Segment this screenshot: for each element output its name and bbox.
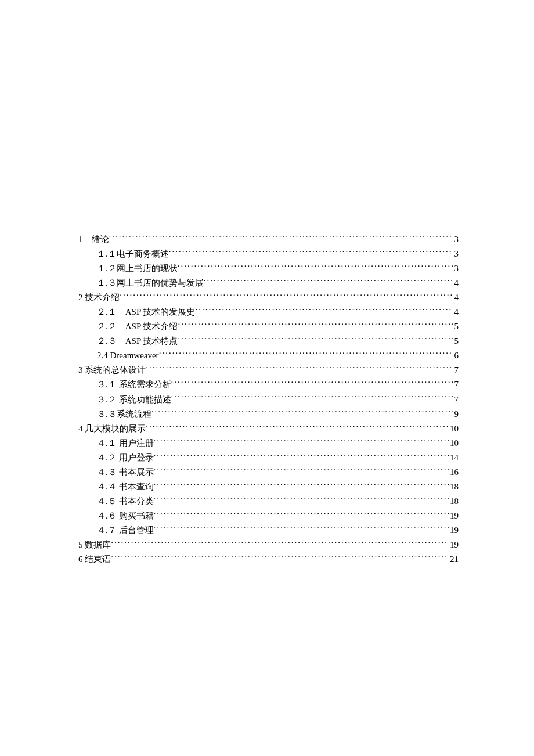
toc-entry-page: 19 xyxy=(449,509,459,523)
toc-entry-label: ４.５ 书本分类 xyxy=(97,494,154,509)
toc-entry: 3 系统的总体设计7 xyxy=(78,363,459,377)
toc-entry-label: ２.１ ASP 技术的发展史 xyxy=(97,305,195,319)
toc-entry-page: 3 xyxy=(453,261,459,276)
toc-leader-dots xyxy=(146,364,453,373)
toc-entry-page: 16 xyxy=(449,465,459,480)
toc-entry-label: １.２网上书店的现状 xyxy=(97,261,178,276)
toc-entry-page: 4 xyxy=(453,290,459,305)
toc-entry-label: ３.３系统流程 xyxy=(97,407,151,422)
toc-entry-page: 5 xyxy=(453,334,459,348)
toc-leader-dots xyxy=(169,248,453,257)
toc-entry-page: 10 xyxy=(449,436,459,451)
toc-entry: ２.１ ASP 技术的发展史4 xyxy=(78,305,459,319)
toc-leader-dots xyxy=(154,510,449,519)
toc-leader-dots xyxy=(154,466,449,475)
toc-entry: 6 结束语21 xyxy=(78,552,459,567)
toc-leader-dots xyxy=(111,539,449,548)
toc-entry-label: ４.２ 用户登录 xyxy=(97,451,154,465)
toc-entry-label: ３.１ 系统需求分析 xyxy=(97,377,171,392)
toc-leader-dots xyxy=(154,452,449,460)
toc-leader-dots xyxy=(111,553,449,562)
toc-entry: ３.１ 系统需求分析7 xyxy=(78,377,459,392)
toc-entry: ４.６ 购买书籍19 xyxy=(78,509,459,523)
toc-entry-page: 3 xyxy=(453,247,459,261)
table-of-contents: 1 绪论3１.１电子商务概述3１.２网上书店的现状3１.３网上书店的优势与发展4… xyxy=(78,232,459,567)
toc-leader-dots xyxy=(204,277,453,286)
toc-leader-dots xyxy=(171,394,453,402)
toc-entry-page: 7 xyxy=(453,393,459,407)
toc-entry-label: ２.３ ASP 技术特点 xyxy=(97,334,178,348)
toc-entry-page: 10 xyxy=(449,422,459,436)
toc-entry: ３.３系统流程9 xyxy=(78,407,459,422)
toc-leader-dots xyxy=(178,262,453,271)
toc-leader-dots xyxy=(154,437,449,446)
toc-entry-page: 18 xyxy=(449,480,459,494)
toc-entry-label: １.１电子商务概述 xyxy=(97,247,169,261)
toc-entry-label: ２.２ ASP 技术介绍 xyxy=(97,319,178,334)
toc-entry-page: 4 xyxy=(453,276,459,290)
toc-entry-label: 6 结束语 xyxy=(78,552,111,567)
toc-leader-dots xyxy=(109,233,453,242)
toc-entry-label: 2.4 Dreamweaver xyxy=(97,348,159,363)
toc-entry-page: 19 xyxy=(449,538,459,552)
toc-entry-label: ４.１ 用户注册 xyxy=(97,436,154,451)
toc-entry-page: 7 xyxy=(453,377,459,392)
toc-entry: ２.２ ASP 技术介绍5 xyxy=(78,319,459,334)
toc-leader-dots xyxy=(195,306,453,315)
toc-entry-page: 4 xyxy=(453,305,459,319)
toc-entry: ３.２ 系统功能描述7 xyxy=(78,393,459,407)
toc-entry-label: 3 系统的总体设计 xyxy=(78,363,146,377)
toc-leader-dots xyxy=(120,291,453,300)
toc-entry: ４.２ 用户登录14 xyxy=(78,451,459,465)
toc-leader-dots xyxy=(178,321,453,329)
toc-entry: 5 数据库19 xyxy=(78,538,459,552)
toc-entry: ４.７ 后台管理19 xyxy=(78,523,459,538)
toc-leader-dots xyxy=(151,408,453,417)
toc-entry: １.１电子商务概述3 xyxy=(78,247,459,261)
toc-entry-page: 5 xyxy=(453,319,459,334)
toc-entry-label: ３.２ 系统功能描述 xyxy=(97,393,171,407)
toc-entry-label: １.３网上书店的优势与发展 xyxy=(97,276,204,290)
toc-entry: ４.５ 书本分类18 xyxy=(78,494,459,509)
toc-entry-page: 18 xyxy=(449,494,459,509)
toc-leader-dots xyxy=(178,335,453,344)
toc-entry: 2.4 Dreamweaver 6 xyxy=(78,348,459,363)
toc-entry-page: 21 xyxy=(449,552,459,567)
toc-entry-label: ４.３ 书本展示 xyxy=(97,465,154,480)
toc-leader-dots xyxy=(159,350,453,358)
toc-entry: １.３网上书店的优势与发展4 xyxy=(78,276,459,290)
toc-leader-dots xyxy=(154,495,449,504)
toc-entry-page: 6 xyxy=(453,348,459,363)
toc-entry-label: 1 绪论 xyxy=(78,232,109,247)
toc-entry-label: 2 技术介绍 xyxy=(78,290,120,305)
toc-entry: １.２网上书店的现状3 xyxy=(78,261,459,276)
toc-leader-dots xyxy=(146,423,449,431)
toc-entry-label: ４.４ 书本查询 xyxy=(97,480,154,494)
toc-entry-page: 14 xyxy=(449,451,459,465)
toc-leader-dots xyxy=(171,379,453,387)
toc-entry-label: 5 数据库 xyxy=(78,538,111,552)
toc-leader-dots xyxy=(154,481,449,489)
toc-entry: 4 几大模块的展示10 xyxy=(78,422,459,436)
toc-entry: ４.４ 书本查询18 xyxy=(78,480,459,494)
toc-entry: ４.１ 用户注册10 xyxy=(78,436,459,451)
toc-entry: 2 技术介绍4 xyxy=(78,290,459,305)
toc-entry-label: 4 几大模块的展示 xyxy=(78,422,146,436)
toc-entry-page: 19 xyxy=(449,523,459,538)
toc-entry-page: 9 xyxy=(453,407,459,422)
toc-entry: ２.３ ASP 技术特点5 xyxy=(78,334,459,348)
toc-entry-page: 7 xyxy=(453,363,459,377)
toc-entry-label: ４.６ 购买书籍 xyxy=(97,509,154,523)
toc-entry: ４.３ 书本展示16 xyxy=(78,465,459,480)
toc-entry: 1 绪论3 xyxy=(78,232,459,247)
toc-leader-dots xyxy=(154,524,449,533)
toc-entry-label: ４.７ 后台管理 xyxy=(97,523,154,538)
toc-entry-page: 3 xyxy=(453,232,459,247)
